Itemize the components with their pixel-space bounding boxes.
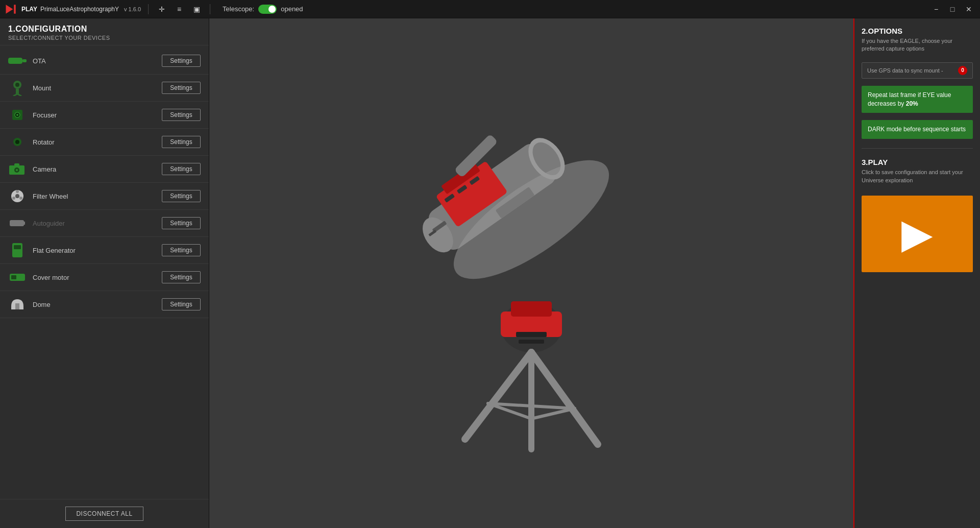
- svg-point-19: [15, 194, 19, 198]
- config-header: 1.CONFIGURATION SELECT/CONNECT YOUR DEVI…: [0, 18, 209, 45]
- right-panel: 2.OPTIONS If you have the EAGLE, choose …: [853, 18, 980, 528]
- center-panel: [209, 18, 853, 528]
- device-row-dome: Dome Settings: [0, 291, 209, 318]
- camera-icon-svg: [9, 162, 26, 176]
- disconnect-bar: DISCONNECT ALL: [0, 499, 209, 528]
- svg-rect-28: [11, 275, 16, 279]
- play-section-desc: Click to save configuration and start yo…: [862, 169, 973, 184]
- svg-line-47: [465, 352, 531, 439]
- covermotor-settings-button[interactable]: Settings: [162, 271, 201, 283]
- flatgenerator-icon-svg: [11, 243, 23, 257]
- config-title-text: CONFIGURATION: [15, 25, 87, 33]
- rotator-settings-button[interactable]: Settings: [162, 136, 201, 148]
- telescope-status: opened: [281, 5, 303, 13]
- repeat-frame-button[interactable]: Repeat last frame if EYE value decreases…: [862, 86, 973, 113]
- covermotor-icon-svg: [10, 273, 25, 282]
- telescope-illustration: [353, 82, 710, 465]
- options-title: 2.OPTIONS: [862, 27, 973, 35]
- telescope-section: Telescope: opened: [223, 5, 303, 14]
- camera-icon: [8, 160, 27, 178]
- dark-mode-button[interactable]: DARK mode before sequence starts: [862, 120, 973, 139]
- svg-rect-26: [14, 245, 21, 249]
- filterwheel-icon-svg: [10, 189, 24, 203]
- svg-point-21: [19, 197, 22, 200]
- device-row-camera: Camera Settings: [0, 156, 209, 183]
- dome-icon-svg: [10, 297, 24, 311]
- disconnect-all-button[interactable]: DISCONNECT ALL: [65, 507, 143, 521]
- svg-rect-23: [10, 220, 24, 226]
- settings-icon[interactable]: ≡: [173, 3, 185, 15]
- autoguider-settings-button[interactable]: Settings: [162, 217, 201, 229]
- app-logo: PLAY PrimaLuceAstrophotographY: [4, 4, 119, 15]
- gps-label: Use GPS data to sync mount -: [867, 67, 954, 74]
- app-version: v 1.6.0: [124, 6, 141, 12]
- device-row-focuser: Focuser Settings: [0, 102, 209, 129]
- mount-name: Mount: [33, 84, 156, 92]
- svg-point-20: [16, 190, 19, 193]
- svg-point-22: [12, 197, 15, 200]
- play-section: 3.PLAY Click to save configuration and s…: [862, 158, 973, 184]
- play-number: 3.: [862, 158, 868, 166]
- covermotor-icon: [8, 268, 27, 286]
- play-logo-icon: [4, 4, 18, 15]
- telescope-toggle[interactable]: [258, 5, 277, 14]
- config-title: 1.CONFIGURATION: [8, 25, 201, 34]
- mount-settings-button[interactable]: Settings: [162, 82, 201, 94]
- play-section-title: 3.PLAY: [862, 158, 973, 166]
- gps-row[interactable]: Use GPS data to sync mount - 0: [862, 62, 973, 79]
- device-row-flatgenerator: Flat Generator Settings: [0, 237, 209, 264]
- svg-line-7: [13, 94, 17, 96]
- close-button[interactable]: ✕: [962, 4, 976, 15]
- svg-rect-2: [8, 58, 22, 64]
- device-row-autoguider: Autoguider Settings: [0, 210, 209, 237]
- device-row-covermotor: Cover motor Settings: [0, 264, 209, 291]
- svg-point-13: [15, 140, 19, 144]
- filterwheel-settings-button[interactable]: Settings: [162, 190, 201, 202]
- focuser-name: Focuser: [33, 111, 156, 119]
- minimize-button[interactable]: −: [929, 4, 943, 15]
- ota-settings-button[interactable]: Settings: [162, 55, 201, 67]
- flatgenerator-settings-button[interactable]: Settings: [162, 244, 201, 256]
- filterwheel-icon: [8, 187, 27, 205]
- camera-name: Camera: [33, 165, 156, 173]
- device-row-filterwheel: Filter Wheel Settings: [0, 183, 209, 210]
- camera-settings-button[interactable]: Settings: [162, 163, 201, 175]
- svg-rect-6: [16, 89, 19, 94]
- autoguider-icon: [8, 214, 27, 232]
- svg-rect-45: [516, 332, 547, 337]
- svg-rect-46: [519, 340, 544, 344]
- covermotor-name: Cover motor: [33, 274, 156, 281]
- title-bar: PLAY PrimaLuceAstrophotographY v 1.6.0 ✛…: [0, 0, 980, 18]
- autoguider-icon-svg: [10, 219, 25, 227]
- ota-icon: [8, 52, 27, 70]
- save-icon[interactable]: ▣: [190, 3, 203, 15]
- filterwheel-name: Filter Wheel: [33, 193, 156, 200]
- config-subtitle: SELECT/CONNECT YOUR DEVICES: [8, 35, 201, 41]
- focuser-icon-svg: [10, 108, 24, 122]
- mount-icon-svg: [9, 80, 26, 96]
- rotator-icon: [8, 133, 27, 151]
- cursor-icon[interactable]: ✛: [156, 3, 168, 15]
- svg-rect-24: [24, 222, 25, 225]
- dome-settings-button[interactable]: Settings: [162, 298, 201, 310]
- svg-point-5: [15, 83, 19, 87]
- window-controls: − □ ✕: [929, 4, 976, 15]
- play-button[interactable]: ▶: [862, 196, 973, 272]
- app-play-label: PLAY: [21, 6, 37, 13]
- dome-icon: [8, 295, 27, 314]
- svg-rect-30: [15, 303, 19, 309]
- options-desc: If you have the EAGLE, choose your prefe…: [862, 37, 973, 53]
- svg-line-52: [531, 409, 575, 419]
- separator2: [210, 4, 210, 14]
- toggle-knob: [268, 6, 276, 13]
- focuser-icon: [8, 106, 27, 124]
- svg-line-8: [17, 94, 21, 96]
- maximize-button[interactable]: □: [945, 4, 960, 15]
- rotator-icon-svg: [10, 135, 24, 149]
- focuser-settings-button[interactable]: Settings: [162, 109, 201, 121]
- svg-rect-44: [511, 301, 552, 317]
- options-title-text: OPTIONS: [868, 27, 903, 35]
- options-number: 2.: [862, 27, 868, 35]
- svg-rect-15: [14, 163, 19, 166]
- mount-icon: [8, 79, 27, 97]
